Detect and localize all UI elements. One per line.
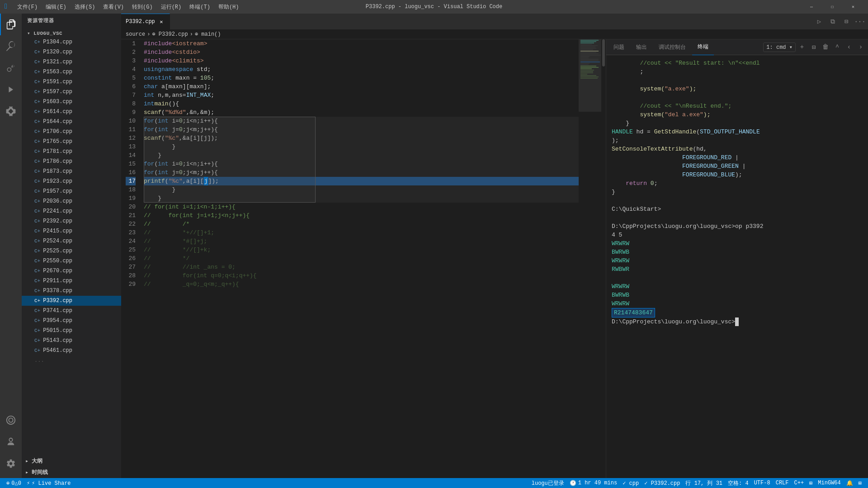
code-line-5[interactable]: const int maxn = 105; [144,74,579,82]
code-line-18[interactable]: } [144,185,579,194]
file-P3954[interactable]: C+ P3954.cpp [22,316,121,326]
code-line-4[interactable]: using namespace std; [144,65,579,74]
file-P1597[interactable]: C+ P1597.cpp [22,87,121,97]
terminal-tab-problems[interactable]: 问题 [608,39,630,55]
status-compiler[interactable]: MinGW64 [815,478,843,488]
code-line-19[interactable]: } [144,194,579,203]
code-line-15[interactable]: for(int i=0;i<n;i++){ [144,160,579,168]
file-P2670[interactable]: C+ P2670.cpp [22,266,121,276]
code-line-6[interactable]: char a[maxn][maxn]; [144,82,579,91]
terminal-add-button[interactable]: + [797,42,807,52]
section-outline[interactable]: ▸ 大纲 [22,455,121,467]
terminal-tab-terminal[interactable]: 终端 [692,39,714,55]
status-notifications[interactable]: 🔔 [844,478,856,488]
status-file-check[interactable]: ✓ P3392.cpp [642,478,683,488]
code-line-14[interactable]: } [144,151,579,160]
status-eol[interactable]: CRLF [773,478,792,488]
file-P2036[interactable]: C+ P2036.cpp [22,196,121,206]
status-position[interactable]: 行 17, 列 31 [683,478,725,488]
status-encoding[interactable]: UTF-8 [751,478,773,488]
code-line-17[interactable]: printf("%c",a[i][j]); [144,177,579,185]
file-P5143[interactable]: C+ P5143.cpp [22,336,121,346]
file-P2550[interactable]: C+ P2550.cpp [22,256,121,266]
breadcrumb-symbol[interactable]: ⊕ main() [195,31,221,38]
status-account[interactable]: luogu已登录 [529,478,567,488]
scrollbar-thumb[interactable] [602,39,605,66]
file-P5015[interactable]: C+ P5015.cpp [22,326,121,336]
activity-run[interactable] [0,79,22,100]
activity-source-control[interactable] [0,57,22,79]
file-P1321[interactable]: C+ P1321.cpp [22,57,121,67]
close-button[interactable]: ✕ [843,0,863,14]
file-P1706[interactable]: C+ P1706.cpp [22,127,121,137]
file-P1603[interactable]: C+ P1603.cpp [22,97,121,107]
activity-search[interactable] [0,35,22,57]
terminal-tab-debug[interactable]: 调试控制台 [653,39,691,55]
code-line-13[interactable]: } [144,142,579,151]
status-spaces[interactable]: 空格: 4 [725,478,751,488]
activity-extensions[interactable] [0,100,22,122]
file-P1563[interactable]: C+ P1563.cpp [22,67,121,77]
status-layout[interactable]: ⊞ [856,478,864,488]
file-P2392[interactable]: C+ P2392.cpp [22,216,121,226]
menu-view[interactable]: 查看(V) [99,2,127,12]
breadcrumb-source[interactable]: source [126,31,145,38]
file-P1873[interactable]: C+ P1873.cpp [22,166,121,176]
scrollbar[interactable] [601,39,606,478]
status-lang-check[interactable]: ✓ cpp [620,478,642,488]
menu-select[interactable]: 选择(S) [71,2,99,12]
code-line-27[interactable]: // //int _ans = 0; [144,263,579,271]
file-P1304[interactable]: C+ P1304.cpp [22,37,121,47]
code-line-29[interactable]: // _q=0;_q<m;_q++){ [144,280,579,289]
minimize-button[interactable]: — [801,0,822,14]
tab-P3392[interactable]: P3392.cpp ✕ [121,14,170,29]
file-P1786[interactable]: C+ P1786.cpp [22,156,121,166]
terminal-nav-back[interactable]: ‹ [844,42,854,52]
section-timeline[interactable]: ▸ 时间线 [22,467,121,478]
activity-accounts[interactable] [0,431,22,453]
file-P3392[interactable]: C+ P3392.cpp [22,296,121,306]
activity-explorer[interactable] [0,14,22,35]
menu-help[interactable]: 帮助(H) [215,2,243,12]
file-P2525[interactable]: C+ P2525.cpp [22,246,121,256]
terminal-tab-output[interactable]: 输出 [631,39,652,55]
file-P1614[interactable]: C+ P1614.cpp [22,107,121,117]
file-P1923[interactable]: C+ P1923.cpp [22,176,121,186]
code-line-28[interactable]: // for(int q=0;q<i;q++){ [144,271,579,280]
code-line-16[interactable]: for(int j=0;j<m;j++){ [144,168,579,177]
file-P2415[interactable]: C+ P2415.cpp [22,226,121,236]
split-button[interactable]: ⧉ [826,15,839,28]
code-line-9[interactable]: scanf("%d%d",&n,&m); [144,108,579,117]
status-indent[interactable]: ⊞ [807,478,815,488]
menu-goto[interactable]: 转到(G) [128,2,156,12]
terminal-trash-button[interactable]: 🗑 [820,42,831,52]
code-line-21[interactable]: // for(int j=i+1;j<n;j++){ [144,211,579,220]
file-P1781[interactable]: C+ P1781.cpp [22,147,121,156]
menu-run[interactable]: 运行(R) [157,2,185,12]
file-P1320[interactable]: C+ P1320.cpp [22,47,121,57]
code-line-1[interactable]: #include <iostream> [144,39,579,48]
code-line-20[interactable]: // for(int i=1;i<n-1;i++){ [144,203,579,211]
code-line-24[interactable]: // *#[]+j; [144,237,579,246]
run-button[interactable]: ▷ [813,15,826,28]
file-P1644[interactable]: C+ P1644.cpp [22,117,121,127]
code-line-10[interactable]: for(int i=0;i<n;i++){ [144,117,579,125]
activity-settings[interactable] [0,453,22,474]
file-P3378[interactable]: C+ P3378.cpp [22,286,121,296]
file-P3741[interactable]: C+ P3741.cpp [22,306,121,316]
code-line-23[interactable]: // *+//[]+1; [144,228,579,237]
file-P1765[interactable]: C+ P1765.cpp [22,137,121,147]
status-language[interactable]: C++ [792,478,807,488]
menu-terminal[interactable]: 终端(T) [186,2,214,12]
maximize-button[interactable]: ☐ [822,0,843,14]
code-line-26[interactable]: // */ [144,254,579,263]
activity-remote[interactable] [0,409,22,431]
tab-close-P3392[interactable]: ✕ [158,18,165,25]
terminal-selector-label[interactable]: 1: cmd ▾ [763,43,796,52]
layout-button[interactable]: ⊟ [840,15,853,28]
terminal-nav-fwd[interactable]: › [855,42,866,52]
code-line-7[interactable]: int n,m,ans=INT_MAX; [144,91,579,99]
more-actions-button[interactable]: ··· [854,15,866,28]
code-line-25[interactable]: // *//[]+k; [144,246,579,254]
terminal-split-button[interactable]: ⊟ [808,42,819,52]
